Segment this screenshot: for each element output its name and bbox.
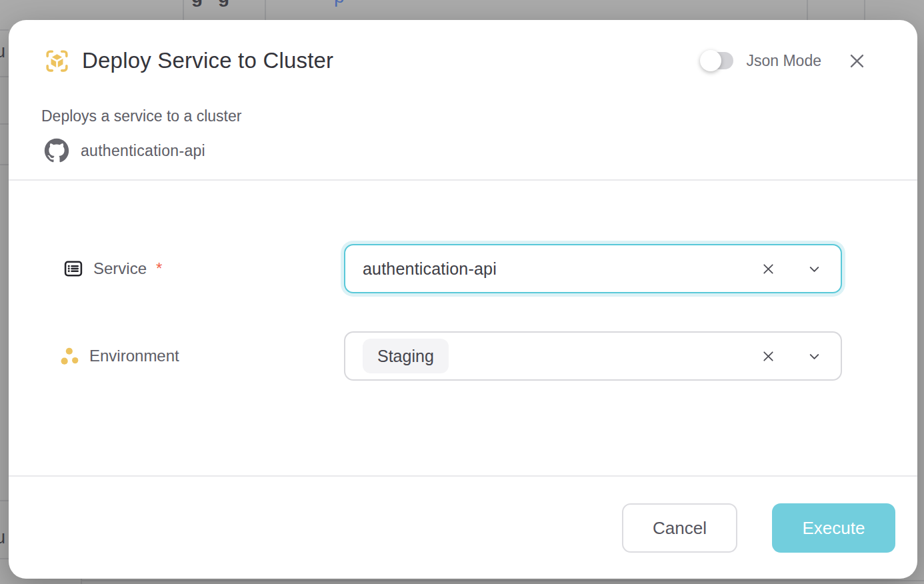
background-row-line xyxy=(0,29,9,31)
background-text-fragment: g xyxy=(191,0,203,7)
modal-header: Deploy Service to Cluster xyxy=(43,45,333,76)
background-row-line xyxy=(0,500,9,501)
repository-name: authentication-api xyxy=(81,142,205,160)
service-dropdown-button[interactable] xyxy=(807,261,822,277)
clear-x-icon xyxy=(761,349,776,364)
deploy-service-modal: Deploy Service to Cluster Json Mode Depl… xyxy=(9,20,917,579)
background-table-line xyxy=(183,0,184,20)
background-text-fragment: p xyxy=(334,0,345,7)
background-text-fragment: g xyxy=(218,0,229,7)
background-row-line xyxy=(0,123,9,125)
cube-scan-icon xyxy=(43,47,71,75)
background-row-line xyxy=(0,76,9,77)
environment-label-group: Environment xyxy=(60,331,179,381)
background-text-fragment: u xyxy=(0,527,5,548)
github-icon xyxy=(44,138,69,163)
required-marker: * xyxy=(156,259,162,278)
repository-row: authentication-api xyxy=(44,138,205,163)
close-button[interactable] xyxy=(847,51,867,71)
environment-select[interactable]: Staging xyxy=(344,331,842,381)
environment-tag: Staging xyxy=(363,339,449,373)
header-divider xyxy=(9,179,917,181)
field-row-environment: Environment Staging xyxy=(9,331,917,381)
modal-description: Deploys a service to a cluster xyxy=(41,107,241,125)
chevron-down-icon xyxy=(807,349,822,364)
background-row-line xyxy=(0,164,9,165)
modal-title: Deploy Service to Cluster xyxy=(82,48,333,73)
service-select-value: authentication-api xyxy=(363,259,497,279)
background-table-line xyxy=(81,580,924,581)
background-table-line xyxy=(864,0,865,20)
modal-footer: Cancel Execute xyxy=(622,503,895,553)
footer-divider xyxy=(9,475,917,477)
field-row-service: Service* authentication-api xyxy=(9,244,917,293)
environment-field-label: Environment xyxy=(89,347,179,365)
modal-header-actions: Json Mode xyxy=(701,45,867,76)
environment-dropdown-button[interactable] xyxy=(807,349,822,364)
list-details-icon xyxy=(62,257,85,280)
background-table-line xyxy=(265,0,266,20)
json-mode-label: Json Mode xyxy=(746,52,821,70)
service-clear-button[interactable] xyxy=(761,261,776,277)
clear-x-icon xyxy=(761,261,776,277)
service-select[interactable]: authentication-api xyxy=(344,244,842,293)
service-field-label: Service xyxy=(93,259,147,278)
background-table-line xyxy=(81,579,82,584)
hierarchy-dots-icon xyxy=(60,346,81,367)
background-text-fragment: u xyxy=(0,41,5,62)
cancel-button[interactable]: Cancel xyxy=(622,503,737,553)
service-label-group: Service* xyxy=(62,244,162,293)
toggle-knob[interactable] xyxy=(700,50,721,71)
chevron-down-icon xyxy=(807,261,822,277)
close-icon xyxy=(847,51,867,71)
execute-button[interactable]: Execute xyxy=(772,503,895,553)
background-table-line xyxy=(807,0,808,20)
environment-clear-button[interactable] xyxy=(761,349,776,364)
json-mode-toggle[interactable] xyxy=(701,52,733,69)
background-row-line xyxy=(0,558,9,559)
